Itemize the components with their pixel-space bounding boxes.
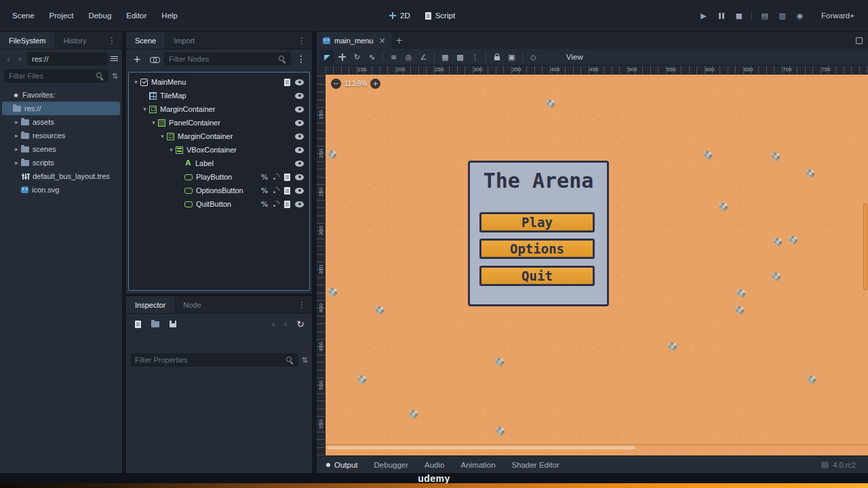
game-quit-button[interactable]: Quit [479, 266, 595, 286]
tab-import[interactable]: Import [165, 32, 203, 49]
snap-options-button[interactable]: ⋮ [468, 50, 482, 64]
script-icon[interactable] [284, 187, 290, 195]
visibility-toggle-icon[interactable] [295, 161, 304, 167]
expand-arrow-icon[interactable]: ▾ [167, 146, 176, 153]
visibility-toggle-icon[interactable] [295, 93, 304, 99]
signal-connection-icon[interactable] [273, 187, 279, 194]
toggle-split-mode-icon[interactable] [111, 56, 118, 62]
lock-button[interactable] [490, 50, 504, 64]
visibility-toggle-icon[interactable] [295, 134, 304, 140]
bottom-tab-audio[interactable]: Audio [416, 456, 452, 474]
filter-nodes-input[interactable]: Filter Nodes [164, 52, 291, 66]
pause-button[interactable] [713, 8, 729, 23]
view-menu-button[interactable]: View [559, 51, 590, 63]
canvas[interactable]: − 113.8% + The Arena Play Options Quit [326, 75, 868, 455]
file-row-favorites[interactable]: ★Favorites: [2, 88, 120, 102]
scene-node-vboxcontainer[interactable]: ▾VBoxContainer [131, 143, 307, 157]
file-row-resources[interactable]: ▸resources [2, 129, 120, 142]
bottom-tab-output[interactable]: Output [323, 456, 366, 474]
inspector-dock-menu-icon[interactable]: ⋮ [292, 296, 312, 313]
expand-arrow-icon[interactable]: ▾ [132, 79, 140, 85]
scene-node-margincontainer[interactable]: ▾MarginContainer [131, 129, 307, 143]
expand-arrow-icon[interactable]: ▾ [158, 133, 167, 140]
visibility-toggle-icon[interactable] [295, 120, 304, 126]
scene-dock-menu-icon[interactable]: ⋮ [292, 32, 312, 49]
scene-node-optionsbutton[interactable]: OptionsButton% [131, 184, 307, 197]
play-scene-button[interactable]: ▤ [757, 8, 772, 23]
mode-2d-button[interactable]: 2D [385, 8, 414, 23]
load-resource-button[interactable] [149, 317, 162, 331]
instance-scene-button[interactable] [147, 52, 161, 66]
scene-node-label[interactable]: Label [131, 157, 307, 170]
horizontal-scrollbar[interactable] [327, 446, 635, 449]
expand-viewport-button[interactable] [850, 32, 868, 49]
menu-editor[interactable]: Editor [119, 7, 153, 24]
scene-node-playbutton[interactable]: PlayButton% [131, 170, 307, 184]
zoom-level[interactable]: 113.8% [344, 80, 367, 87]
bottom-tab-animation[interactable]: Animation [452, 456, 503, 474]
close-tab-icon[interactable]: × [378, 36, 385, 45]
tab-scene[interactable]: Scene [126, 32, 165, 49]
menu-help[interactable]: Help [155, 7, 184, 24]
visibility-toggle-icon[interactable] [295, 188, 304, 194]
select-tool-button[interactable]: ◤ [320, 50, 334, 64]
smart-snap-button[interactable]: ▦ [438, 50, 452, 64]
history-forward-icon[interactable]: › [281, 319, 290, 329]
file-row-scripts[interactable]: ▸scripts [2, 156, 120, 169]
bottom-tab-shader-editor[interactable]: Shader Editor [504, 456, 568, 474]
menu-project[interactable]: Project [43, 7, 81, 24]
file-row-icon-svg[interactable]: icon.svg [2, 183, 120, 197]
file-row-default-bus-layout-tres[interactable]: default_bus_layout.tres [2, 169, 120, 183]
filter-properties-input[interactable]: Filter Properties [130, 353, 298, 367]
scene-node-tilemap[interactable]: TileMap [131, 89, 307, 102]
expander-icon[interactable]: ▸ [12, 119, 21, 125]
signal-connection-icon[interactable] [273, 201, 279, 207]
tab-node[interactable]: Node [174, 296, 210, 313]
tab-inspector[interactable]: Inspector [126, 296, 174, 313]
add-node-button[interactable]: + [130, 52, 144, 66]
group-button[interactable]: ▣ [505, 50, 519, 64]
nav-forward-icon[interactable]: › [16, 55, 24, 64]
tab-history[interactable]: History [54, 32, 95, 49]
filter-files-input[interactable]: Filter Files [4, 69, 108, 83]
visibility-toggle-icon[interactable] [295, 147, 304, 153]
bottom-tab-debugger[interactable]: Debugger [366, 456, 417, 474]
scale-tool-button[interactable]: ↔ [362, 47, 382, 67]
signal-connection-icon[interactable] [273, 174, 279, 180]
expand-arrow-icon[interactable]: ▾ [140, 106, 149, 113]
visibility-toggle-icon[interactable] [295, 174, 304, 180]
scene-node-mainmenu[interactable]: ▾MainMenu [131, 75, 307, 89]
script-icon[interactable] [284, 201, 290, 208]
script-icon[interactable] [284, 174, 290, 181]
game-play-button[interactable]: Play [479, 212, 595, 232]
expander-icon[interactable]: ▸ [12, 159, 21, 166]
unique-name-icon[interactable]: % [261, 187, 268, 195]
script-icon[interactable] [284, 79, 290, 86]
vertical-scrollbar[interactable] [863, 203, 867, 290]
save-resource-button[interactable] [166, 317, 180, 331]
menu-scene[interactable]: Scene [5, 7, 41, 24]
file-row-assets[interactable]: ▸assets [2, 115, 120, 129]
mode-script-button[interactable]: Script [421, 8, 459, 23]
file-row-res[interactable]: res:// [2, 102, 120, 115]
new-scene-tab-button[interactable]: + [392, 32, 407, 49]
sort-properties-icon[interactable]: ⇅ [302, 356, 308, 365]
visibility-toggle-icon[interactable] [295, 201, 304, 207]
game-options-button[interactable]: Options [479, 239, 595, 259]
nav-back-icon[interactable]: ‹ [4, 55, 13, 64]
expander-icon[interactable]: ▸ [12, 132, 21, 139]
ruler-tool-button[interactable]: ∠ [416, 50, 431, 64]
tab-filesystem[interactable]: FileSystem [0, 32, 54, 49]
expand-arrow-icon[interactable]: ▾ [149, 119, 158, 126]
grid-snap-button[interactable]: ▩ [453, 50, 467, 64]
history-back-icon[interactable]: ‹ [269, 319, 277, 329]
skeleton-options-button[interactable]: ◇ [526, 50, 540, 64]
unique-name-icon[interactable]: % [261, 201, 268, 208]
scene-node-panelcontainer[interactable]: ▾PanelContainer [131, 116, 307, 129]
file-row-scenes[interactable]: ▸scenes [2, 142, 120, 156]
movie-maker-button[interactable]: ◉ [792, 8, 808, 23]
zoom-in-button[interactable]: + [370, 79, 380, 89]
list-select-button[interactable]: ≡ [387, 50, 401, 64]
play-custom-scene-button[interactable]: ▥ [774, 8, 790, 23]
move-tool-button[interactable] [335, 50, 349, 64]
